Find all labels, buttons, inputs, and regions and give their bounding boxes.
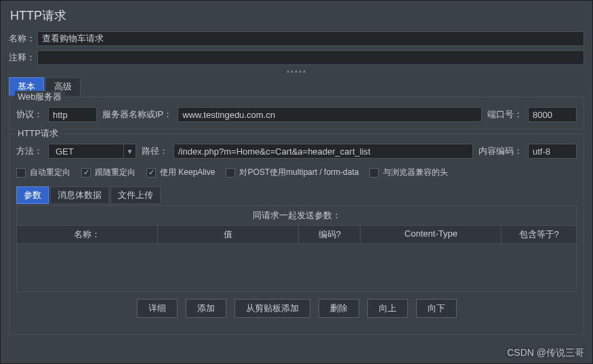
- keepalive-checkbox[interactable]: ✓ 使用 KeepAlive: [146, 167, 215, 178]
- auto-redirect-label: 自动重定向: [30, 167, 70, 178]
- name-input[interactable]: [37, 31, 584, 46]
- checkbox-icon: [16, 168, 26, 178]
- keepalive-label: 使用 KeepAlive: [160, 167, 215, 178]
- follow-redirect-label: 跟随重定向: [95, 167, 136, 178]
- col-content-type[interactable]: Content-Type: [361, 226, 502, 243]
- method-label: 方法：: [16, 145, 43, 157]
- col-encode[interactable]: 编码?: [299, 226, 361, 243]
- watermark: CSDN @传说三哥: [507, 347, 584, 359]
- checkbox-icon: ✓: [81, 168, 91, 178]
- auto-redirect-checkbox[interactable]: 自动重定向: [16, 167, 70, 178]
- detail-button[interactable]: 详细: [137, 299, 178, 318]
- port-label: 端口号：: [487, 108, 523, 121]
- window-title: HTTP请求: [1, 1, 592, 29]
- httprequest-fieldset: HTTP请求 方法： GET ▼ 路径： 内容编码： 自动重定向 ✓ 跟随重定向…: [9, 134, 584, 335]
- add-button[interactable]: 添加: [186, 299, 226, 318]
- browser-headers-checkbox[interactable]: 与浏览器兼容的头: [369, 167, 448, 178]
- paste-button[interactable]: 从剪贴板添加: [234, 299, 310, 318]
- button-row: 详细 添加 从剪贴板添加 删除 向上 向下: [16, 292, 577, 325]
- name-row: 名称：: [1, 29, 592, 48]
- params-title: 同请求一起发送参数：: [17, 206, 576, 225]
- sub-tabs: 参数 消息体数据 文件上传: [16, 186, 577, 204]
- subtab-params[interactable]: 参数: [16, 186, 49, 204]
- path-label: 路径：: [142, 145, 168, 157]
- col-value[interactable]: 值: [158, 226, 299, 243]
- delete-button[interactable]: 删除: [319, 299, 359, 318]
- chevron-down-icon: ▼: [123, 144, 136, 158]
- protocol-label: 协议：: [16, 108, 43, 121]
- multipart-label: 对POST使用multipart / form-data: [239, 167, 359, 178]
- encoding-label: 内容编码：: [478, 145, 523, 157]
- protocol-input[interactable]: [48, 107, 97, 122]
- comment-row: 注释：: [1, 48, 592, 67]
- collapse-handle-icon[interactable]: ▴▴▴▴▴: [1, 67, 592, 75]
- checkbox-icon: ✓: [146, 168, 156, 178]
- col-include-eq[interactable]: 包含等于?: [502, 226, 576, 243]
- down-button[interactable]: 向下: [416, 299, 457, 318]
- port-input[interactable]: [528, 107, 577, 122]
- params-body[interactable]: [17, 244, 576, 291]
- webserver-legend: Web服务器: [15, 91, 65, 103]
- method-value: GET: [49, 146, 123, 157]
- server-input[interactable]: [178, 107, 482, 122]
- params-box: 同请求一起发送参数： 名称： 值 编码? Content-Type 包含等于?: [16, 205, 577, 292]
- params-header: 名称： 值 编码? Content-Type 包含等于?: [17, 225, 576, 244]
- multipart-checkbox[interactable]: 对POST使用multipart / form-data: [226, 167, 359, 178]
- method-select[interactable]: GET ▼: [48, 144, 136, 159]
- browser-headers-label: 与浏览器兼容的头: [383, 167, 448, 178]
- server-label: 服务器名称或IP：: [102, 108, 172, 121]
- httprequest-legend: HTTP请求: [15, 127, 61, 140]
- webserver-fieldset: Web服务器 协议： 服务器名称或IP： 端口号：: [9, 97, 584, 129]
- checkbox-icon: [369, 168, 379, 178]
- up-button[interactable]: 向上: [367, 299, 408, 318]
- name-label: 名称：: [9, 33, 37, 45]
- checkbox-row: 自动重定向 ✓ 跟随重定向 ✓ 使用 KeepAlive 对POST使用mult…: [16, 167, 577, 178]
- path-input[interactable]: [173, 144, 473, 159]
- follow-redirect-checkbox[interactable]: ✓ 跟随重定向: [81, 167, 136, 178]
- col-name[interactable]: 名称：: [17, 226, 158, 243]
- comment-label: 注释：: [9, 52, 37, 64]
- comment-input[interactable]: [37, 50, 584, 65]
- main-tabs: 基本 高级: [1, 77, 592, 96]
- subtab-body[interactable]: 消息体数据: [50, 186, 109, 204]
- encoding-input[interactable]: [528, 144, 577, 159]
- checkbox-icon: [226, 168, 235, 178]
- subtab-files[interactable]: 文件上传: [110, 186, 161, 204]
